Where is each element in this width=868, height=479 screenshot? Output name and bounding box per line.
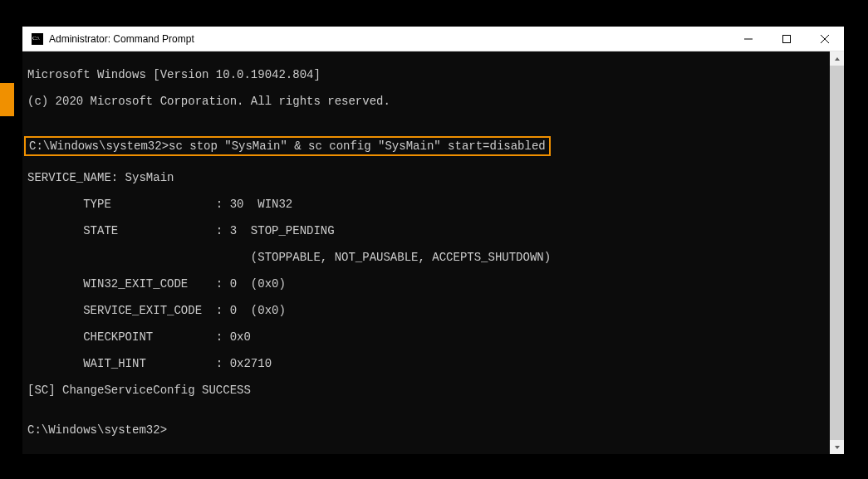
svg-text:C:\: C:\: [32, 35, 40, 42]
console-line: CHECKPOINT : 0x0: [27, 330, 825, 344]
console-line: TYPE : 30 WIN32: [27, 198, 825, 211]
svg-rect-4: [783, 35, 791, 42]
titlebar-title: Administrator: Command Prompt: [49, 33, 729, 45]
scrollbar-down-button[interactable]: [830, 440, 844, 454]
console-area: Microsoft Windows [Version 10.0.19042.80…: [22, 51, 844, 454]
scrollbar-thumb[interactable]: [830, 66, 844, 440]
close-button[interactable]: [806, 27, 844, 51]
minimize-button[interactable]: [729, 27, 767, 51]
maximize-button[interactable]: [767, 27, 806, 51]
accent-bar: [0, 83, 14, 116]
console-line: [SC] ChangeServiceConfig SUCCESS: [27, 384, 825, 397]
command-prompt-window: C:\ Administrator: Command Prompt Micros…: [22, 27, 844, 454]
console-prompt: C:\Windows\system32>: [27, 423, 825, 437]
console-line: STATE : 3 STOP_PENDING: [27, 224, 825, 237]
console-line: SERVICE_NAME: SysMain: [27, 171, 825, 184]
console-line: WAIT_HINT : 0x2710: [27, 357, 825, 370]
svg-marker-8: [835, 446, 840, 449]
highlighted-command: C:\Windows\system32>sc stop "SysMain" & …: [24, 136, 551, 156]
titlebar[interactable]: C:\ Administrator: Command Prompt: [22, 27, 844, 51]
console-line: (STOPPABLE, NOT_PAUSABLE, ACCEPTS_SHUTDO…: [27, 251, 825, 264]
scrollbar-vertical[interactable]: [830, 51, 844, 454]
console-line: WIN32_EXIT_CODE : 0 (0x0): [27, 277, 825, 291]
console-line: SERVICE_EXIT_CODE : 0 (0x0): [27, 304, 825, 317]
console-line: (c) 2020 Microsoft Corporation. All righ…: [27, 95, 825, 108]
console-content[interactable]: Microsoft Windows [Version 10.0.19042.80…: [22, 51, 830, 454]
console-line: Microsoft Windows [Version 10.0.19042.80…: [27, 68, 825, 81]
cmd-icon: C:\: [31, 32, 44, 46]
scrollbar-up-button[interactable]: [830, 51, 844, 66]
titlebar-controls: [729, 27, 844, 51]
svg-marker-7: [835, 57, 840, 61]
